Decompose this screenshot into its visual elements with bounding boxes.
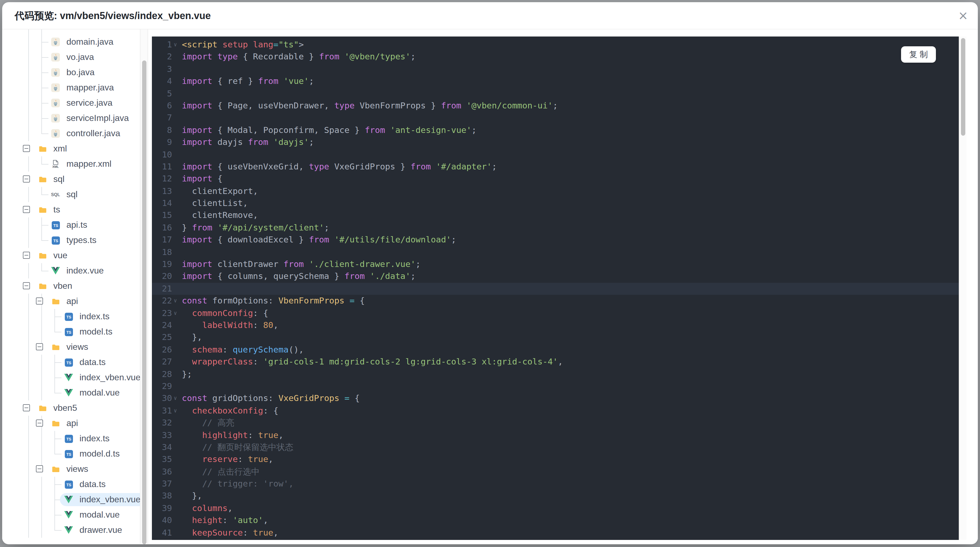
line-number: 3 (152, 63, 172, 75)
collapse-minus-icon[interactable] (23, 175, 30, 182)
tree-file-bo.java[interactable]: bo.java (2, 65, 140, 80)
tree-folder-ts[interactable]: ts (2, 202, 140, 217)
tree-row-content: index.vue (47, 264, 110, 277)
collapse-minus-icon[interactable] (36, 419, 43, 427)
tree-folder-views[interactable]: views (2, 340, 140, 355)
code-line-23: 23∨ commonConfig: { (152, 307, 959, 319)
code-scrollbar-thumb[interactable] (961, 38, 965, 136)
tree-file-api.ts[interactable]: TSapi.ts (2, 217, 140, 233)
tree-file-domain.java[interactable]: domain.java (2, 34, 140, 49)
code-line-24: 24 labelWidth: 80, (152, 319, 959, 332)
tree-row-content: TSdata.ts (60, 356, 112, 369)
tree-folder-sql[interactable]: sql (2, 172, 140, 187)
tree-file-mapper.xml[interactable]: XMLmapper.xml (2, 156, 140, 172)
tree-file-drawer.vue[interactable]: drawer.vue (2, 523, 140, 538)
tree-guide-line (54, 385, 55, 393)
tree-row-content: TSmodel.ts (60, 325, 119, 338)
tree-file-serviceImpl.java[interactable]: serviceImpl.java (2, 111, 140, 126)
tree-folder-xml[interactable]: xml (2, 141, 140, 156)
tree-file-sql[interactable]: SQLsql (2, 187, 140, 202)
tree-file-service.java[interactable]: service.java (2, 95, 140, 111)
code-line-4: 4import { ref } from 'vue'; (152, 75, 959, 88)
tree-row-content: TSindex.ts (60, 432, 116, 445)
line-number: 4 (152, 75, 172, 88)
tree-folder-vben5[interactable]: vben5 (2, 400, 140, 416)
collapse-minus-icon[interactable] (36, 343, 43, 350)
collapse-minus-icon[interactable] (23, 206, 30, 213)
collapse-minus-icon[interactable] (23, 404, 30, 411)
tree-file-mapper.java[interactable]: mapper.java (2, 80, 140, 95)
tree-file-data.ts[interactable]: TSdata.ts (2, 477, 140, 492)
fold-chevron-icon[interactable]: ∨ (172, 295, 182, 308)
tree-folder-vben[interactable]: vben (2, 278, 140, 293)
tree-file-index.vue[interactable]: index.vue (2, 263, 140, 278)
dialog-header: 代码预览: vm/vben5/views/index_vben.vue × (2, 2, 978, 29)
tree-guide-line (54, 324, 55, 332)
copy-button[interactable]: 复 制 (901, 46, 936, 63)
fold-chevron-icon[interactable]: ∨ (172, 307, 182, 321)
file-tree[interactable]: domain.javavo.javabo.javamapper.javaserv… (2, 29, 140, 544)
code-token: : { (253, 308, 268, 318)
line-number: 16 (152, 222, 172, 234)
tree-guide-line (28, 111, 29, 126)
code-scrollbar[interactable] (959, 37, 966, 540)
fold-chevron-icon[interactable]: ∨ (172, 405, 182, 418)
code-editor[interactable]: 1∨<script setup lang="ts">2import type {… (152, 37, 959, 540)
tree-file-index.ts[interactable]: TSindex.ts (2, 309, 140, 324)
line-number: 29 (152, 380, 172, 392)
code-token: (), (288, 345, 304, 355)
tree-file-controller.java[interactable]: controller.java (2, 126, 140, 141)
code-token: { ref } (212, 76, 258, 86)
tree-file-index_vben.vue[interactable]: index_vben.vue (2, 492, 140, 507)
tree-folder-api[interactable]: api (2, 416, 140, 431)
code-token: = (344, 394, 350, 403)
tree-item-label: model.ts (80, 327, 113, 337)
tree-item-label: ts (53, 205, 60, 215)
tree-file-vo.java[interactable]: vo.java (2, 49, 140, 65)
collapse-minus-icon[interactable] (36, 465, 43, 472)
tree-file-model.ts[interactable]: TSmodel.ts (2, 324, 140, 340)
tree-file-modal.vue[interactable]: modal.vue (2, 385, 140, 400)
code-token: wrapperClass (182, 357, 253, 367)
code-token: clientList, (182, 198, 248, 208)
collapse-minus-icon[interactable] (23, 252, 30, 259)
tree-folder-views[interactable]: views (2, 461, 140, 477)
code-token: '@vben/types' (339, 52, 410, 62)
code-token: from (248, 137, 269, 147)
tree-scrollbar[interactable] (140, 29, 148, 544)
tree-folder-vue[interactable]: vue (2, 248, 140, 263)
tree-item-label: data.ts (80, 480, 106, 489)
code-token: setup lang (218, 40, 273, 49)
tree-file-index.ts[interactable]: TSindex.ts (2, 431, 140, 446)
collapse-minus-icon[interactable] (23, 145, 30, 152)
tree-file-modal.vue[interactable]: modal.vue (2, 507, 140, 523)
screen: 代码预览: vm/vben5/views/index_vben.vue × do… (0, 0, 980, 547)
tree-scrollbar-thumb[interactable] (142, 61, 146, 544)
close-icon[interactable]: × (956, 9, 970, 23)
tree-selected-highlight: index_vben.vue (60, 493, 140, 506)
collapse-minus-icon[interactable] (23, 282, 30, 289)
svg-text:TS: TS (66, 360, 71, 365)
line-number: 8 (152, 124, 172, 136)
tree-file-model.d.ts[interactable]: TSmodel.d.ts (2, 446, 140, 461)
tree-item-label: views (67, 342, 88, 352)
fold-chevron-icon[interactable]: ∨ (172, 392, 182, 406)
tree-file-index_vben.vue[interactable]: index_vben.vue (2, 370, 140, 385)
line-number: 13 (152, 185, 172, 197)
tree-row-content: api (47, 295, 85, 308)
xml-file-icon: XML (51, 159, 60, 168)
tree-file-data.ts[interactable]: TSdata.ts (2, 355, 140, 370)
tree-item-label: views (67, 464, 88, 474)
fold-chevron-icon[interactable]: ∨ (172, 39, 182, 52)
tree-file-types.ts[interactable]: TStypes.ts (2, 233, 140, 248)
code-token: const (182, 296, 207, 306)
tree-guide-line (41, 126, 42, 134)
tree-guide-line (28, 340, 29, 355)
tree-row-content: xml (34, 142, 73, 155)
tree-guide-line (28, 187, 29, 202)
tree-row-content: vue (34, 249, 74, 262)
collapse-minus-icon[interactable] (36, 297, 43, 305)
tree-row-content: service.java (47, 96, 119, 110)
line-number: 9 (152, 136, 172, 148)
tree-folder-api[interactable]: api (2, 293, 140, 309)
